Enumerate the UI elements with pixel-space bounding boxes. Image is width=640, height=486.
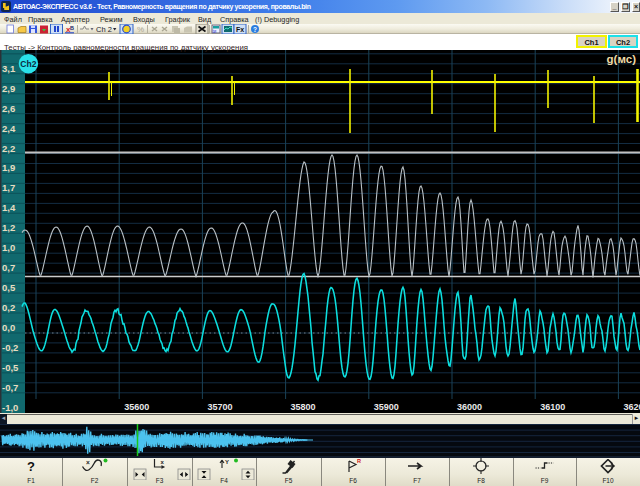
svg-text:36000: 36000 [457,402,482,412]
svg-text:Y: Y [225,459,229,465]
svg-text:-1,0: -1,0 [2,402,18,413]
svg-text:1,4: 1,4 [2,202,16,213]
svg-text:36100: 36100 [540,402,565,412]
svg-text:-0,2: -0,2 [2,342,18,353]
svg-text:x: x [161,459,165,465]
svg-text:1,7: 1,7 [2,182,15,193]
svg-text:tи: tи [213,29,217,34]
svg-text:?: ? [253,26,257,33]
svg-text:0,5: 0,5 [2,282,16,293]
svg-text:35900: 35900 [374,402,399,412]
svg-text:×: × [86,459,90,466]
svg-text:-0,5: -0,5 [2,362,19,373]
svg-text:Ch 2: Ch 2 [96,25,112,34]
svg-text:35600: 35600 [124,402,149,412]
svg-text:B: B [70,25,74,31]
svg-text:2,2: 2,2 [2,143,15,154]
svg-text:Fx: Fx [236,26,244,33]
svg-text:2,6: 2,6 [2,103,15,114]
svg-text:0,7: 0,7 [2,262,15,273]
svg-text:0,0: 0,0 [2,322,15,333]
svg-text:2,4: 2,4 [2,123,16,134]
svg-text:%: % [137,25,144,34]
svg-text:g(мс): g(мс) [607,53,637,65]
svg-text:?: ? [27,459,35,474]
svg-text:1,9: 1,9 [2,162,15,173]
svg-text:35700: 35700 [207,402,232,412]
svg-text:2,9: 2,9 [2,83,15,94]
svg-text:3,1: 3,1 [2,63,16,74]
svg-text:1,0: 1,0 [2,242,15,253]
svg-text:Ch2: Ch2 [20,59,36,69]
svg-text:1,2: 1,2 [2,222,15,233]
svg-text:0,2: 0,2 [2,302,15,313]
svg-text:-0,7: -0,7 [2,382,18,393]
svg-text:R: R [357,458,361,464]
svg-text:35800: 35800 [291,402,316,412]
svg-text:36200: 36200 [623,402,640,412]
